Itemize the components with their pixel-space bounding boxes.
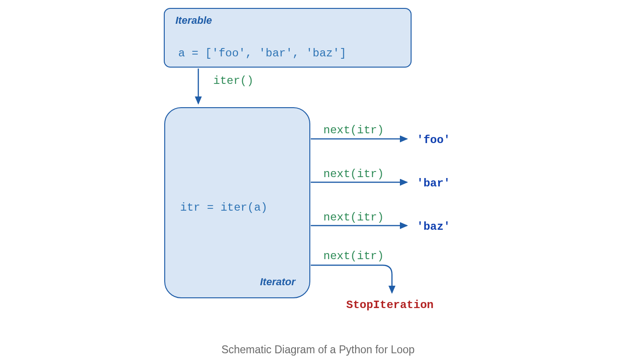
output-foo: 'foo'	[417, 134, 450, 146]
iterable-title: Iterable	[175, 14, 212, 27]
stop-iteration: StopIteration	[346, 299, 433, 311]
next-arrow-4	[311, 265, 392, 293]
next-call-1: next(itr)	[323, 124, 384, 137]
next-call-3: next(itr)	[323, 211, 384, 224]
output-bar: 'bar'	[417, 177, 450, 190]
diagram-caption: Schematic Diagram of a Python for Loop	[0, 343, 636, 356]
iterable-code: a = ['foo', 'bar', 'baz']	[178, 47, 346, 60]
iterator-code: itr = iter(a)	[180, 201, 267, 214]
next-call-2: next(itr)	[323, 168, 384, 180]
iter-call-label: iter()	[213, 75, 253, 87]
next-call-4: next(itr)	[323, 250, 384, 262]
iterable-box: Iterable a = ['foo', 'bar', 'baz']	[164, 8, 412, 68]
python-for-loop-diagram: Iterable a = ['foo', 'bar', 'baz'] itr =…	[0, 0, 636, 364]
output-baz: 'baz'	[417, 220, 450, 233]
iterator-box: itr = iter(a) Iterator	[164, 107, 310, 298]
iterator-title: Iterator	[260, 276, 295, 288]
